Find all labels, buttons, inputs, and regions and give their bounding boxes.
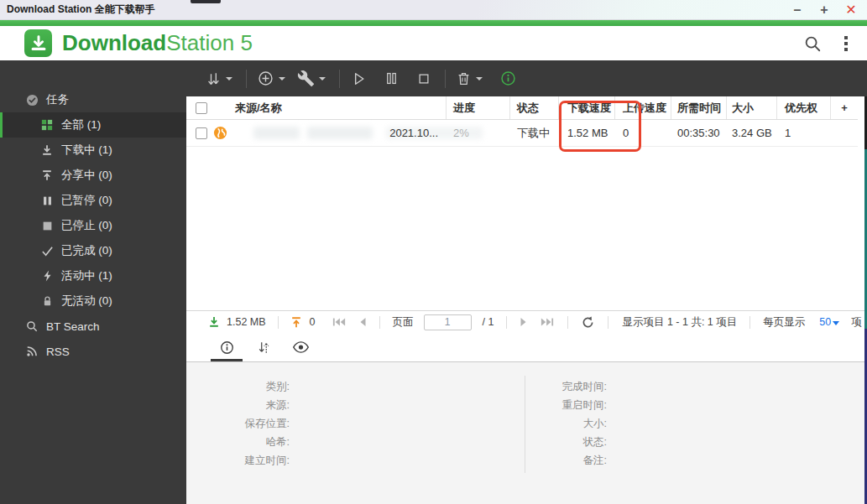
last-page-button[interactable] <box>541 317 554 327</box>
download-station-logo-icon <box>24 29 52 57</box>
minimize-button[interactable]: – <box>790 3 805 18</box>
detail-label: 完成时间: <box>527 377 607 396</box>
kebab-menu-icon[interactable] <box>843 34 849 53</box>
check-circle-icon <box>25 93 39 107</box>
detail-tabbar <box>186 333 864 362</box>
per-page-label: 每页显示 <box>763 315 805 330</box>
sidebar-group-tasks[interactable]: 任务 <box>0 87 186 112</box>
column-source-name[interactable]: 来源/名称 <box>210 96 447 119</box>
sidebar-item-inactive[interactable]: 无活动 (0) <box>0 288 186 314</box>
accent-bar <box>0 20 867 26</box>
sidebar: 任务 全部 (1) 下载中 (1) 分享中 ( <box>0 60 186 504</box>
cell-upload-speed: 0 <box>615 120 671 146</box>
stop-icon <box>40 219 54 232</box>
download-total: 1.52 MB <box>227 316 266 328</box>
app-title: DownloadStation 5 <box>62 30 253 56</box>
pause-icon <box>40 194 54 207</box>
column-priority[interactable]: 优先权 <box>777 96 831 119</box>
stop-button[interactable] <box>416 71 431 86</box>
window-title: Download Station 全能下载帮手 <box>0 3 155 17</box>
download-total-icon <box>208 316 220 328</box>
first-page-button[interactable] <box>332 317 346 327</box>
column-size[interactable]: 大小 <box>727 96 777 119</box>
table-header: 来源/名称 进度 状态 下载速度 上传速度 所需时间 大小 优先权 + <box>186 96 858 120</box>
sort-button[interactable] <box>205 70 232 87</box>
add-task-button[interactable] <box>257 70 285 87</box>
detail-label: 重启时间: <box>527 396 607 414</box>
upload-icon <box>40 169 54 182</box>
detail-right-column: 完成时间: 重启时间: 大小: 状态: 备注: <box>527 377 607 470</box>
app-header: DownloadStation 5 <box>0 26 867 60</box>
maximize-button[interactable]: + <box>817 3 832 18</box>
detail-label: 建立时间: <box>186 451 290 470</box>
upload-total-icon <box>290 316 302 328</box>
next-page-button[interactable] <box>520 317 527 327</box>
tab-transfer[interactable] <box>245 333 282 361</box>
sidebar-item-bt-search[interactable]: BT Search <box>0 314 186 339</box>
redacted-name-blur <box>307 127 373 139</box>
close-button[interactable]: ✕ <box>843 3 859 18</box>
transfer-tab-icon <box>256 340 272 356</box>
play-icon <box>350 70 367 87</box>
main-panel: 来源/名称 进度 状态 下载速度 上传速度 所需时间 大小 优先权 + 2021… <box>186 60 867 504</box>
download-icon <box>40 143 54 157</box>
column-status[interactable]: 状态 <box>510 96 559 119</box>
settings-button[interactable] <box>297 70 326 87</box>
table-row[interactable]: 2021.10... 2% 下载中 1.52 MB 0 00:35:30 3.2… <box>186 120 858 147</box>
redacted-name-blur <box>253 127 300 139</box>
caret-down-icon <box>476 77 483 81</box>
sidebar-item-sharing[interactable]: 分享中 (0) <box>0 163 186 188</box>
tab-preview[interactable] <box>282 333 319 361</box>
row-checkbox[interactable] <box>196 127 207 139</box>
page-input[interactable] <box>424 314 472 330</box>
detail-label: 大小: <box>527 414 607 433</box>
cell-download-speed: 1.52 MB <box>559 120 615 146</box>
prev-page-button[interactable] <box>359 317 367 327</box>
pause-button[interactable] <box>384 70 400 86</box>
rss-icon <box>25 345 39 358</box>
cell-priority: 1 <box>777 120 831 146</box>
per-page-select[interactable]: 50 <box>819 316 839 328</box>
check-icon <box>40 244 54 257</box>
search-small-icon <box>25 320 39 333</box>
caret-down-icon <box>319 77 326 81</box>
column-download-speed[interactable]: 下载速度 <box>559 96 615 119</box>
per-page-suffix: 项 <box>851 315 862 330</box>
column-progress[interactable]: 进度 <box>447 96 510 119</box>
add-column-button[interactable]: + <box>831 96 858 119</box>
screen-artifact <box>191 0 221 3</box>
info-icon <box>499 70 517 87</box>
select-all-checkbox[interactable] <box>196 102 207 114</box>
sidebar-item-active[interactable]: 活动中 (1) <box>0 263 186 288</box>
sidebar-item-completed[interactable]: 已完成 (0) <box>0 238 186 263</box>
column-time-needed[interactable]: 所需时间 <box>671 96 727 119</box>
sidebar-item-paused[interactable]: 已暂停 (0) <box>0 188 186 213</box>
sidebar-item-all[interactable]: 全部 (1) <box>0 112 186 138</box>
eye-tab-icon <box>292 340 310 354</box>
tab-general-info[interactable] <box>208 333 245 361</box>
info-button[interactable] <box>499 70 517 87</box>
delete-button[interactable] <box>456 70 483 87</box>
items-info: 显示项目 1 - 1 共: 1 项目 <box>622 315 737 330</box>
start-button[interactable] <box>350 70 367 87</box>
pagination-bar: 1.52 MB 0 页面 / 1 <box>186 310 864 333</box>
detail-left-column: 类别: 来源: 保存位置: 哈希: 建立时间: <box>186 377 290 470</box>
detail-divider <box>525 376 525 473</box>
toolbar <box>186 60 867 96</box>
upload-total: 0 <box>310 316 316 328</box>
page-label: 页面 <box>393 315 414 330</box>
refresh-button[interactable] <box>582 316 594 329</box>
torrent-globe-icon <box>213 126 227 140</box>
sidebar-item-rss[interactable]: RSS <box>0 339 186 364</box>
grid-icon <box>40 118 54 132</box>
detail-panel: 类别: 来源: 保存位置: 哈希: 建立时间: 完成时间: 重启时间: 大小: … <box>186 362 864 504</box>
cell-source-name: 2021.10... <box>210 120 447 146</box>
column-upload-speed[interactable]: 上传速度 <box>615 96 671 119</box>
select-all-cell <box>186 96 210 119</box>
search-icon[interactable] <box>803 34 822 53</box>
info-tab-icon <box>219 340 235 356</box>
sidebar-item-downloading[interactable]: 下载中 (1) <box>0 138 186 163</box>
detail-label: 保存位置: <box>186 414 290 433</box>
caret-down-icon <box>833 321 839 325</box>
sidebar-item-stopped[interactable]: 已停止 (0) <box>0 213 186 238</box>
